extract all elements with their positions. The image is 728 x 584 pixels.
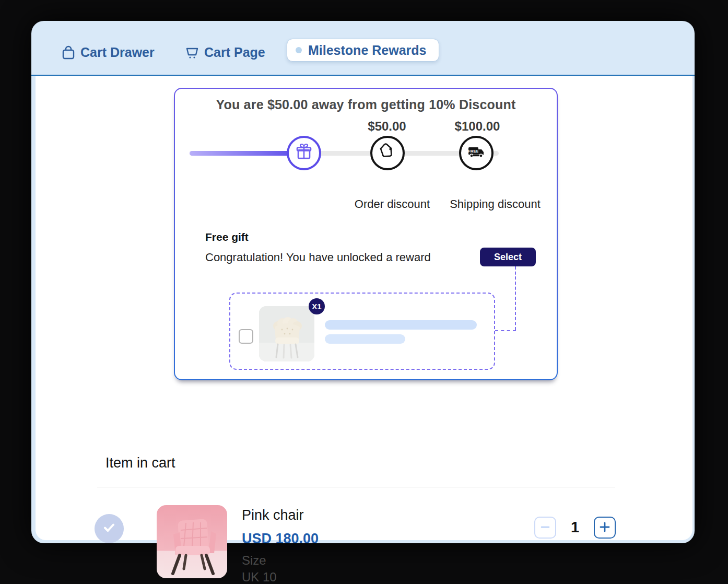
- checkmark-icon: [101, 520, 117, 538]
- cart-section-heading: Item in cart: [105, 455, 175, 471]
- dot-icon: [296, 47, 302, 53]
- select-connector-vertical: [515, 266, 516, 330]
- progress-track: [190, 151, 499, 156]
- free-gift-message: Congratulation! You have unlocked a rewa…: [205, 251, 431, 264]
- shopping-bag-icon: [62, 45, 75, 60]
- free-gift-heading: Free gift: [205, 231, 249, 243]
- select-button[interactable]: Select: [480, 248, 536, 266]
- placeholder-bar-title: [325, 320, 477, 330]
- page: { "window": { "tabs": [ { "label": "Cart…: [0, 0, 728, 584]
- free-gift-product-image: [259, 306, 314, 361]
- section-divider: [97, 487, 615, 487]
- tab-milestone-rewards[interactable]: Milestone Rewards: [287, 39, 439, 62]
- gift-icon: [295, 143, 313, 163]
- cart-item-name: Pink chair: [242, 507, 304, 523]
- milestone-title: You are $50.00 away from getting 10% Dis…: [175, 97, 557, 112]
- milestone-order-discount-marker[interactable]: [370, 136, 405, 170]
- app-window: Cart Drawer Cart Page Milestone Rewards …: [31, 21, 695, 543]
- milestone-label-shipping-discount: Shipping discount: [435, 197, 555, 211]
- cart-item-image: [157, 505, 227, 578]
- tab-cart-drawer[interactable]: Cart Drawer: [62, 45, 155, 60]
- quantity-value: 1: [564, 519, 586, 536]
- quantity-increase-button[interactable]: [594, 517, 616, 539]
- cart-item-price: USD 180.00: [242, 531, 319, 547]
- tab-label: Milestone Rewards: [308, 43, 426, 58]
- quantity-badge: X1: [309, 298, 325, 314]
- quantity-decrease-button[interactable]: [534, 517, 556, 539]
- milestone-label-order-discount: Order discount: [340, 197, 444, 211]
- milestone-amount-100: $100.00: [441, 119, 514, 134]
- free-gift-item-box: X1: [229, 293, 495, 370]
- tab-label: Cart Page: [204, 45, 265, 60]
- item-selected-toggle[interactable]: [95, 514, 124, 543]
- milestone-card-inner: You are $50.00 away from getting 10% Dis…: [175, 89, 557, 379]
- cart-item-size-label: Size: [242, 553, 266, 568]
- plus-icon: [598, 521, 611, 535]
- free-shipping-truck-icon: FREE: [466, 142, 487, 165]
- tab-cart-page[interactable]: Cart Page: [185, 45, 265, 60]
- content-area: You are $50.00 away from getting 10% Dis…: [36, 76, 692, 540]
- milestone-card: You are $50.00 away from getting 10% Dis…: [174, 88, 558, 380]
- milestone-shipping-discount-marker[interactable]: FREE: [459, 136, 494, 170]
- tab-label: Cart Drawer: [80, 45, 155, 60]
- svg-text:FREE: FREE: [468, 149, 479, 154]
- select-connector-horizontal: [495, 330, 516, 331]
- shopping-cart-icon: [185, 45, 199, 60]
- milestone-amount-50: $50.00: [350, 119, 424, 134]
- minus-icon: [539, 521, 551, 534]
- milestone-gift-marker[interactable]: [287, 136, 321, 170]
- free-gift-checkbox[interactable]: [239, 329, 253, 344]
- price-tag-icon: [378, 142, 397, 164]
- cart-item-size-value: UK 10: [242, 570, 277, 584]
- header: Cart Drawer Cart Page Milestone Rewards: [31, 21, 695, 76]
- placeholder-bar-subtitle: [325, 334, 405, 344]
